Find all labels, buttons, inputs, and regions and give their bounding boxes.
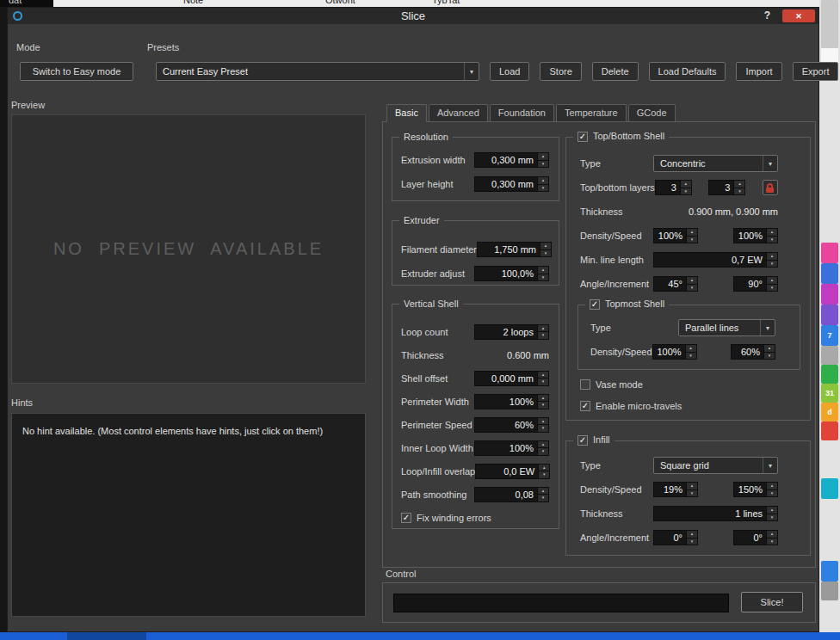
spinner-arrows[interactable] bbox=[540, 243, 551, 256]
preset-load-button[interactable]: Load bbox=[490, 62, 529, 81]
spinner-arrows[interactable] bbox=[763, 345, 775, 359]
spinner-value[interactable]: 0,08 bbox=[475, 488, 537, 502]
spinner-arrows[interactable] bbox=[686, 229, 697, 243]
spinner-field[interactable]: 60% bbox=[731, 344, 775, 360]
spinner-arrows[interactable] bbox=[537, 441, 548, 455]
spinner-field[interactable]: 0,0 EW bbox=[475, 464, 550, 479]
spinner-value[interactable]: 0° bbox=[654, 531, 686, 545]
spinner-arrows[interactable] bbox=[537, 153, 548, 167]
spin-down-icon[interactable] bbox=[687, 237, 697, 243]
preset-delete-button[interactable]: Delete bbox=[592, 62, 639, 81]
spinner-arrows[interactable] bbox=[766, 277, 777, 291]
spinner-arrows[interactable] bbox=[766, 229, 777, 243]
side-toolbar-icon[interactable] bbox=[821, 582, 838, 600]
spin-down-icon[interactable] bbox=[538, 402, 548, 409]
spinner-value[interactable]: 0,000 mm bbox=[475, 372, 537, 385]
top-bottom-shell-toggle[interactable]: Top/Bottom Shell bbox=[573, 131, 669, 142]
slice-button[interactable]: Slice! bbox=[741, 592, 803, 612]
spin-down-icon[interactable] bbox=[734, 188, 744, 195]
checkbox-enable-micro-travels[interactable]: Enable micro-travels bbox=[580, 401, 682, 411]
spin-up-icon[interactable] bbox=[681, 181, 691, 188]
spin-down-icon[interactable] bbox=[538, 448, 548, 455]
spinner-field[interactable]: 0,300 mm bbox=[474, 152, 549, 168]
spinner-arrows[interactable] bbox=[537, 267, 548, 280]
spinner-value[interactable]: 1 lines bbox=[654, 507, 766, 520]
spin-down-icon[interactable] bbox=[767, 285, 777, 292]
spin-down-icon[interactable] bbox=[538, 495, 548, 502]
side-toolbar-icon[interactable] bbox=[821, 0, 838, 48]
spinner-value[interactable]: 0° bbox=[734, 531, 766, 545]
preset-import-button[interactable]: Import bbox=[736, 62, 781, 81]
spinner-field[interactable]: 100% bbox=[474, 394, 549, 409]
switch-easy-mode-button[interactable]: Switch to Easy mode bbox=[20, 62, 133, 81]
spin-up-icon[interactable] bbox=[538, 418, 548, 426]
preset-load-defaults-button[interactable]: Load Defaults bbox=[649, 62, 726, 81]
spinner-arrows[interactable] bbox=[766, 507, 777, 520]
side-toolbar-icon[interactable] bbox=[821, 478, 838, 499]
topmost-shell-toggle[interactable]: Topmost Shell bbox=[585, 298, 669, 310]
spin-up-icon[interactable] bbox=[538, 441, 548, 449]
spinner-field[interactable]: 1 lines bbox=[653, 506, 778, 521]
checkbox-fix-winding-errors[interactable]: Fix winding errors bbox=[401, 513, 491, 523]
infill-toggle[interactable]: Infill bbox=[573, 434, 615, 446]
spin-up-icon[interactable] bbox=[686, 345, 696, 353]
spinner-value[interactable]: 3 bbox=[709, 181, 733, 194]
spin-up-icon[interactable] bbox=[538, 488, 548, 495]
spinner-field[interactable]: 100% bbox=[653, 228, 698, 243]
checkbox-box[interactable] bbox=[580, 379, 590, 390]
spinner-field[interactable]: 100% bbox=[733, 228, 778, 243]
type-dropdown[interactable]: Concentric bbox=[653, 155, 778, 172]
side-toolbar-icon[interactable] bbox=[821, 365, 838, 384]
spin-down-icon[interactable] bbox=[767, 538, 777, 545]
spinner-value[interactable]: 2 loops bbox=[475, 325, 537, 339]
spinner-value[interactable]: 45° bbox=[654, 277, 686, 291]
preset-store-button[interactable]: Store bbox=[540, 62, 581, 81]
spinner-arrows[interactable] bbox=[733, 181, 744, 194]
spinner-value[interactable]: 100,0% bbox=[475, 267, 537, 280]
spin-down-icon[interactable] bbox=[538, 185, 548, 192]
side-toolbar-icon[interactable] bbox=[821, 346, 838, 365]
lock-ratio-button[interactable] bbox=[763, 180, 778, 195]
spinner-field[interactable]: 0,08 bbox=[474, 487, 549, 502]
spinner-value[interactable]: 90° bbox=[734, 277, 766, 291]
spinner-field[interactable]: 0,7 EW bbox=[653, 252, 778, 268]
spinner-arrows[interactable] bbox=[766, 483, 777, 496]
spinner-value[interactable]: 100% bbox=[654, 229, 686, 243]
spin-down-icon[interactable] bbox=[767, 237, 777, 243]
spinner-value[interactable]: 0,300 mm bbox=[475, 177, 537, 191]
side-toolbar-icon[interactable] bbox=[821, 305, 838, 325]
spin-up-icon[interactable] bbox=[538, 177, 548, 185]
spinner-field[interactable]: 100% bbox=[652, 344, 697, 360]
spin-up-icon[interactable] bbox=[538, 372, 548, 379]
spin-up-icon[interactable] bbox=[540, 243, 551, 250]
spinner-value[interactable]: 0,7 EW bbox=[654, 253, 766, 267]
spin-up-icon[interactable] bbox=[767, 253, 777, 261]
spinner-arrows[interactable] bbox=[766, 531, 777, 545]
spinner-field[interactable]: 2 loops bbox=[474, 324, 549, 340]
spinner-field[interactable]: 100% bbox=[474, 440, 549, 456]
close-button[interactable]: ✕ bbox=[782, 9, 815, 22]
spin-up-icon[interactable] bbox=[734, 181, 744, 188]
spinner-field[interactable]: 3 bbox=[708, 180, 745, 195]
spinner-arrows[interactable] bbox=[537, 395, 548, 409]
spin-up-icon[interactable] bbox=[538, 325, 548, 333]
spin-up-icon[interactable] bbox=[767, 277, 777, 285]
spin-up-icon[interactable] bbox=[687, 531, 697, 538]
spinner-arrows[interactable] bbox=[537, 418, 548, 432]
side-toolbar-icon[interactable]: 7 bbox=[821, 325, 838, 346]
spin-down-icon[interactable] bbox=[686, 353, 696, 360]
spinner-field[interactable]: 0° bbox=[653, 530, 698, 545]
spinner-value[interactable]: 0,300 mm bbox=[475, 153, 537, 167]
spinner-value[interactable]: 60% bbox=[475, 418, 537, 432]
spin-down-icon[interactable] bbox=[687, 285, 697, 292]
spinner-field[interactable]: 45° bbox=[653, 276, 698, 292]
spinner-value[interactable]: 3 bbox=[656, 181, 680, 194]
spinner-value[interactable]: 60% bbox=[732, 345, 763, 359]
spinner-value[interactable]: 1,750 mm bbox=[478, 243, 540, 256]
spin-down-icon[interactable] bbox=[764, 353, 775, 360]
tab-advanced[interactable]: Advanced bbox=[429, 104, 488, 121]
spin-down-icon[interactable] bbox=[681, 188, 691, 195]
checkbox-box[interactable] bbox=[578, 435, 588, 446]
type-dropdown[interactable]: Parallel lines bbox=[678, 319, 775, 336]
spinner-arrows[interactable] bbox=[537, 488, 548, 502]
